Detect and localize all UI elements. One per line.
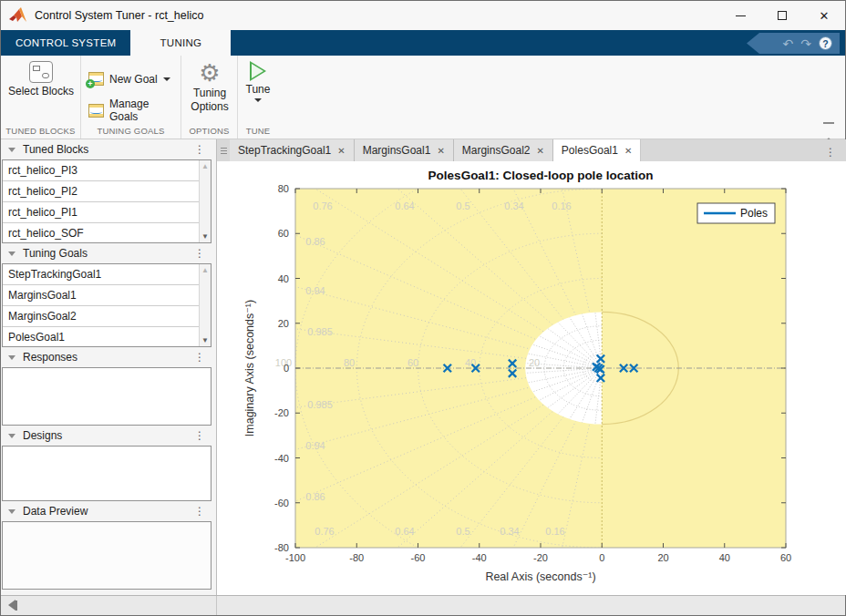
tuning-options-button[interactable]: ⚙ Tuning Options bbox=[181, 61, 238, 114]
svg-text:0.34: 0.34 bbox=[504, 200, 523, 211]
list-item[interactable]: StepTrackingGoal1 bbox=[3, 264, 211, 285]
panel-header-data-preview[interactable]: Data Preview ⋮ bbox=[1, 501, 212, 521]
tune-dropdown-icon bbox=[254, 98, 262, 102]
tab-close-icon[interactable]: ✕ bbox=[624, 146, 632, 156]
kebab-menu-icon[interactable]: ⋮ bbox=[194, 247, 205, 260]
select-blocks-icon bbox=[29, 61, 53, 83]
svg-text:-60: -60 bbox=[274, 498, 289, 508]
chart-title: PolesGoal1: Closed-loop pole location bbox=[428, 169, 654, 182]
minimize-icon bbox=[736, 15, 746, 16]
svg-text:-40: -40 bbox=[472, 552, 487, 563]
list-item[interactable]: rct_helico_SOF bbox=[3, 223, 211, 243]
redo-icon[interactable]: ↷ bbox=[800, 37, 811, 50]
kebab-menu-icon[interactable]: ⋮ bbox=[194, 505, 205, 518]
doc-tab-marginsgoal2[interactable]: MarginsGoal2 ✕ bbox=[454, 139, 553, 161]
doc-tab-marginsgoal1[interactable]: MarginsGoal1 ✕ bbox=[355, 139, 454, 161]
doc-tab-label: MarginsGoal2 bbox=[462, 144, 531, 157]
list-item[interactable]: MarginsGoal1 bbox=[3, 285, 211, 306]
minimize-button[interactable] bbox=[719, 1, 761, 30]
status-bar bbox=[1, 595, 845, 615]
tab-control-system[interactable]: CONTROL SYSTEM bbox=[1, 30, 130, 56]
svg-text:-80: -80 bbox=[274, 542, 289, 553]
tab-close-icon[interactable]: ✕ bbox=[536, 146, 543, 156]
matlab-logo-icon bbox=[9, 7, 27, 24]
svg-text:20: 20 bbox=[657, 552, 668, 563]
svg-text:0.86: 0.86 bbox=[305, 236, 325, 247]
list-item[interactable]: PolesGoal1 bbox=[3, 327, 211, 347]
panel-header-tuning-goals[interactable]: Tuning Goals ⋮ bbox=[1, 243, 212, 263]
svg-text:0.94: 0.94 bbox=[305, 285, 325, 296]
collapse-ribbon-button[interactable] bbox=[821, 122, 836, 133]
x-axis-label: Real Axis (seconds⁻¹) bbox=[485, 570, 595, 583]
tune-label: Tune bbox=[246, 83, 271, 97]
tab-close-icon[interactable]: ✕ bbox=[437, 146, 444, 156]
pole-plot-svg: 0.760.640.50.340.160.860.940.9850.9850.9… bbox=[217, 161, 846, 595]
svg-text:20: 20 bbox=[278, 318, 289, 329]
svg-text:60: 60 bbox=[780, 552, 791, 563]
scroll-down-icon: ▼ bbox=[201, 232, 209, 241]
designs-list bbox=[2, 446, 212, 501]
group-label-tuning-goals: TUNING GOALS bbox=[81, 126, 181, 136]
svg-text:0.64: 0.64 bbox=[395, 526, 414, 537]
new-goal-icon: + bbox=[88, 72, 104, 86]
tune-button[interactable]: Tune bbox=[238, 61, 278, 102]
panel-header-tuned-blocks[interactable]: Tuned Blocks ⋮ bbox=[1, 139, 212, 159]
scrollbar[interactable]: ▲▼ bbox=[199, 160, 211, 242]
svg-text:0.86: 0.86 bbox=[305, 491, 325, 502]
svg-text:-60: -60 bbox=[411, 552, 426, 563]
doc-tab-polesgoal1[interactable]: PolesGoal1 ✕ bbox=[553, 139, 641, 161]
quick-access-toolbar: ↶ ↷ ? bbox=[747, 33, 840, 54]
tab-bar-grip-icon[interactable] bbox=[217, 139, 230, 161]
close-icon: ✕ bbox=[820, 10, 830, 22]
new-goal-button[interactable]: + New Goal bbox=[88, 72, 170, 86]
close-button[interactable]: ✕ bbox=[803, 1, 845, 30]
ribbon-toolbar: Select Blocks TUNED BLOCKS + New Goal Ma… bbox=[1, 56, 845, 139]
svg-text:80: 80 bbox=[278, 183, 289, 194]
title-bar: Control System Tuner - rct_helico ✕ bbox=[1, 1, 845, 30]
group-tuning-goals: + New Goal Manage Goals TUNING GOALS bbox=[81, 56, 181, 139]
legend[interactable]: Poles bbox=[697, 203, 775, 223]
collapse-triangle-icon bbox=[8, 509, 15, 514]
scroll-up-icon: ▲ bbox=[201, 266, 209, 274]
collapse-triangle-icon bbox=[8, 148, 15, 152]
manage-goals-label: Manage Goals bbox=[109, 98, 181, 123]
list-item[interactable]: MarginsGoal2 bbox=[3, 306, 211, 327]
svg-text:20: 20 bbox=[529, 357, 540, 368]
svg-text:0.16: 0.16 bbox=[552, 200, 571, 211]
doc-tab-steptrackinggoal1[interactable]: StepTrackingGoal1 ✕ bbox=[230, 139, 355, 161]
panel-header-responses[interactable]: Responses ⋮ bbox=[1, 347, 212, 367]
group-label-options: OPTIONS bbox=[181, 126, 237, 136]
svg-text:0.34: 0.34 bbox=[500, 526, 519, 537]
manage-goals-button[interactable]: Manage Goals bbox=[88, 98, 181, 123]
scrollbar[interactable]: ▲▼ bbox=[199, 264, 211, 346]
collapse-triangle-icon bbox=[8, 252, 15, 256]
svg-text:0.16: 0.16 bbox=[545, 526, 564, 537]
svg-text:40: 40 bbox=[278, 273, 289, 284]
tab-tuning[interactable]: TUNING bbox=[130, 30, 231, 56]
list-item[interactable]: rct_helico_PI2 bbox=[3, 181, 211, 202]
collapse-sidebar-icon[interactable] bbox=[8, 600, 17, 611]
panel-title: Tuned Blocks bbox=[23, 143, 88, 156]
svg-text:-20: -20 bbox=[533, 552, 548, 563]
document-bar-kebab-icon[interactable]: ⋮ bbox=[825, 146, 846, 159]
scroll-up-icon: ▲ bbox=[201, 162, 209, 170]
select-blocks-button[interactable]: Select Blocks bbox=[1, 61, 81, 98]
collapse-triangle-icon bbox=[8, 355, 15, 360]
document-tab-bar: StepTrackingGoal1 ✕ MarginsGoal1 ✕ Margi… bbox=[217, 139, 846, 161]
tuning-options-label: Tuning Options bbox=[181, 87, 238, 114]
maximize-button[interactable] bbox=[761, 1, 803, 30]
kebab-menu-icon[interactable]: ⋮ bbox=[194, 351, 205, 364]
manage-goals-icon bbox=[88, 104, 104, 118]
panel-header-designs[interactable]: Designs ⋮ bbox=[1, 426, 212, 446]
list-item[interactable]: rct_helico_PI1 bbox=[3, 202, 211, 223]
tuned-blocks-list: rct_helico_PI3rct_helico_PI2rct_helico_P… bbox=[2, 159, 212, 243]
tab-close-icon[interactable]: ✕ bbox=[337, 146, 345, 156]
kebab-menu-icon[interactable]: ⋮ bbox=[194, 429, 205, 442]
svg-text:-80: -80 bbox=[349, 552, 364, 563]
gear-icon: ⚙ bbox=[199, 61, 220, 85]
pole-location-plot[interactable]: 0.760.640.50.340.160.860.940.9850.9850.9… bbox=[217, 161, 846, 595]
help-button[interactable]: ? bbox=[819, 36, 832, 50]
kebab-menu-icon[interactable]: ⋮ bbox=[194, 143, 205, 156]
undo-icon[interactable]: ↶ bbox=[783, 37, 794, 50]
list-item[interactable]: rct_helico_PI3 bbox=[3, 160, 211, 181]
